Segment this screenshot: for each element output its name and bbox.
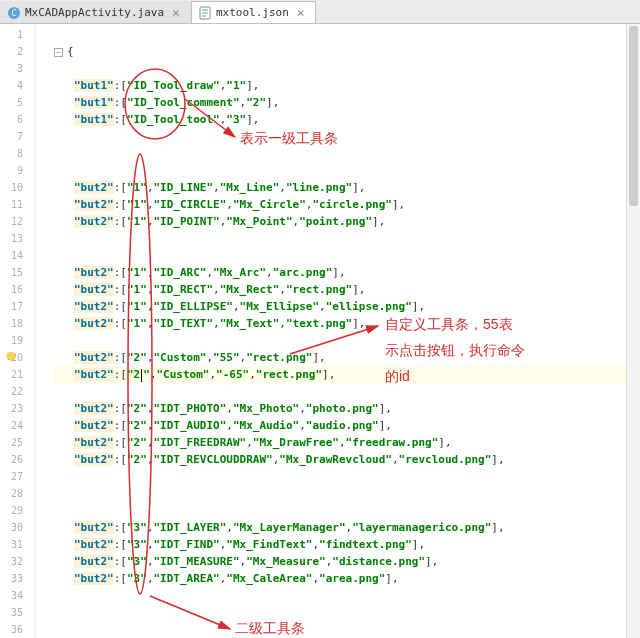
code-line[interactable]	[54, 145, 640, 162]
line-number: 23	[0, 400, 35, 417]
code-line[interactable]	[54, 332, 640, 349]
code-line[interactable]	[54, 128, 640, 145]
svg-text:C: C	[12, 9, 17, 18]
fold-icon[interactable]: −	[54, 48, 63, 57]
code-line[interactable]	[54, 230, 640, 247]
close-icon[interactable]: ×	[172, 5, 180, 20]
line-number: 28	[0, 485, 35, 502]
code-line[interactable]: "but2":["2","IDT_AUDIO","Mx_Audio","audi…	[54, 417, 640, 434]
tab-bar: C MxCADAppActivity.java × mxtool.json ×	[0, 0, 640, 24]
line-number: 21	[0, 366, 35, 383]
code-line[interactable]: "but2":["1","ID_POINT","Mx_Point","point…	[54, 213, 640, 230]
line-number: 10	[0, 179, 35, 196]
line-number: 25	[0, 434, 35, 451]
code-line[interactable]: "but2":["3","IDT_MEASURE","Mx_Measure","…	[54, 553, 640, 570]
code-line[interactable]: "but2":["2","Custom","-65","rect.png"],	[54, 366, 640, 383]
line-number: 11	[0, 196, 35, 213]
line-number: 1	[0, 26, 35, 43]
code-area[interactable]: −{"but1":["ID_Tool_draw","1"],"but1":["I…	[36, 24, 640, 638]
editor: 1234567891011121314151617181920212223242…	[0, 24, 640, 638]
line-number: 27	[0, 468, 35, 485]
code-line[interactable]: "but2":["3","IDT_FIND","Mx_FindText","fi…	[54, 536, 640, 553]
code-line[interactable]	[54, 60, 640, 77]
line-number: 34	[0, 587, 35, 604]
line-number: 20	[0, 349, 35, 366]
code-line[interactable]: "but1":["ID_Tool_comment","2"],	[54, 94, 640, 111]
code-line[interactable]: "but2":["1","ID_LINE","Mx_Line","line.pn…	[54, 179, 640, 196]
line-number: 22	[0, 383, 35, 400]
tab-label: mxtool.json	[216, 6, 289, 19]
code-line[interactable]	[54, 468, 640, 485]
line-number: 30	[0, 519, 35, 536]
line-number: 29	[0, 502, 35, 519]
json-file-icon	[198, 6, 212, 20]
line-number: 4	[0, 77, 35, 94]
line-number: 6	[0, 111, 35, 128]
line-number: 12	[0, 213, 35, 230]
vertical-scrollbar[interactable]	[626, 24, 640, 638]
close-icon[interactable]: ×	[297, 5, 305, 20]
code-line[interactable]: −{	[54, 43, 640, 60]
code-line[interactable]	[54, 604, 640, 621]
code-line[interactable]: "but2":["3","IDT_AREA","Mx_CaleArea","ar…	[54, 570, 640, 587]
line-number: 2	[0, 43, 35, 60]
code-line[interactable]: "but2":["2","Custom","55","rect.png"],	[54, 349, 640, 366]
line-number: 16	[0, 281, 35, 298]
code-line[interactable]: "but2":["3","IDT_LAYER","Mx_LayerManager…	[54, 519, 640, 536]
tab-java[interactable]: C MxCADAppActivity.java ×	[0, 1, 191, 23]
line-number: 32	[0, 553, 35, 570]
line-number: 31	[0, 536, 35, 553]
line-number: 35	[0, 604, 35, 621]
line-number: 17	[0, 298, 35, 315]
code-line[interactable]: "but2":["1","ID_TEXT","Mx_Text","text.pn…	[54, 315, 640, 332]
code-line[interactable]: "but1":["ID_Tool_tool","3"],	[54, 111, 640, 128]
scrollbar-thumb[interactable]	[629, 26, 638, 206]
line-number: 18	[0, 315, 35, 332]
code-line[interactable]	[54, 502, 640, 519]
tab-label: MxCADAppActivity.java	[25, 6, 164, 19]
line-number: 7	[0, 128, 35, 145]
line-number: 8	[0, 145, 35, 162]
code-line[interactable]: "but1":["ID_Tool_draw","1"],	[54, 77, 640, 94]
line-number: 13	[0, 230, 35, 247]
code-line[interactable]	[54, 485, 640, 502]
line-number: 9	[0, 162, 35, 179]
code-line[interactable]: "but2":["2","IDT_FREEDRAW","Mx_DrawFree"…	[54, 434, 640, 451]
code-line[interactable]	[54, 383, 640, 400]
line-number: 36	[0, 621, 35, 638]
java-file-icon: C	[7, 6, 21, 20]
code-line[interactable]	[54, 587, 640, 604]
code-line[interactable]: "but2":["1","ID_RECT","Mx_Rect","rect.pn…	[54, 281, 640, 298]
line-number: 19	[0, 332, 35, 349]
line-number: 14	[0, 247, 35, 264]
code-line[interactable]	[54, 162, 640, 179]
line-number: 5	[0, 94, 35, 111]
code-line[interactable]: "but2":["1","ID_CIRCLE","Mx_Circle","cir…	[54, 196, 640, 213]
code-line[interactable]	[54, 621, 640, 638]
code-line[interactable]	[54, 26, 640, 43]
line-number: 33	[0, 570, 35, 587]
line-number-gutter: 1234567891011121314151617181920212223242…	[0, 24, 36, 638]
tab-json[interactable]: mxtool.json ×	[191, 1, 316, 23]
line-number: 3	[0, 60, 35, 77]
line-number: 15	[0, 264, 35, 281]
line-number: 26	[0, 451, 35, 468]
code-line[interactable]: "but2":["1","ID_ELLIPSE","Mx_Ellipse","e…	[54, 298, 640, 315]
line-number: 24	[0, 417, 35, 434]
code-line[interactable]	[54, 247, 640, 264]
code-line[interactable]: "but2":["1","ID_ARC","Mx_Arc","arc.png"]…	[54, 264, 640, 281]
code-line[interactable]: "but2":["2","IDT_PHOTO","Mx_Photo","phot…	[54, 400, 640, 417]
code-line[interactable]: "but2":["2","IDT_REVCLOUDDRAW","Mx_DrawR…	[54, 451, 640, 468]
